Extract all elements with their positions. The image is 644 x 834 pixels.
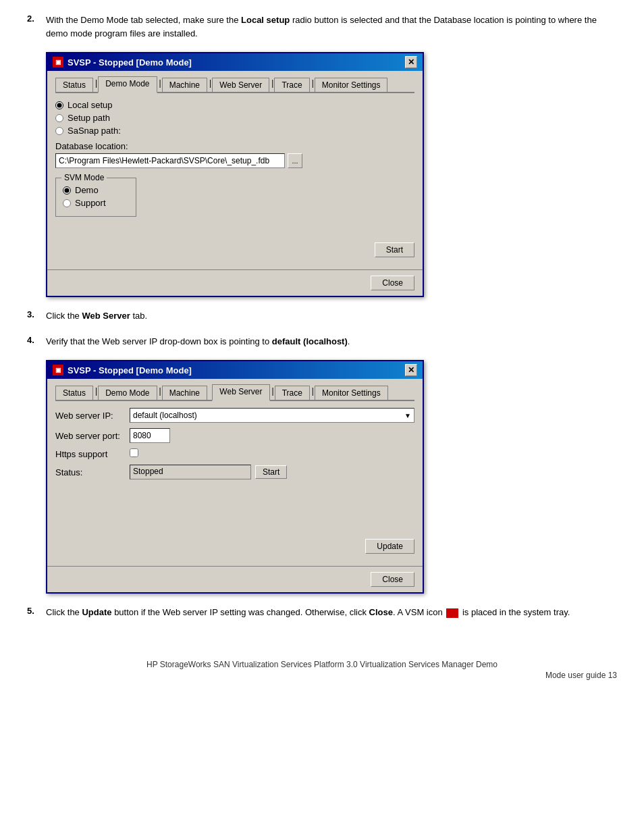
dialog-2-tabs: Status | Demo Mode | Machine Web Server …: [55, 384, 414, 401]
https-support-label: Https support: [55, 449, 130, 459]
dialog-2: ▣ SVSP - Stopped [Demo Mode] ✕ Status | …: [46, 360, 424, 594]
footer-sub: Mode user guide 13: [27, 671, 617, 680]
radio-sasnap-path-input[interactable]: [55, 127, 63, 135]
dialog-2-title: SVSP - Stopped [Demo Mode]: [68, 365, 192, 375]
tab-status[interactable]: Status: [55, 78, 93, 92]
tab-status-2[interactable]: Status: [55, 386, 93, 400]
dialog-1-close-x[interactable]: ✕: [405, 56, 417, 68]
svm-mode-content: Demo Support: [63, 185, 129, 208]
step-num-3: 3.: [27, 309, 39, 323]
https-checkbox[interactable]: [130, 448, 138, 457]
web-server-ip-row: Web server IP: default (localhost) ▼: [55, 408, 414, 423]
start-button-1[interactable]: Start: [375, 242, 414, 257]
step-num-2: 2.: [27, 14, 39, 40]
db-label: Database location:: [55, 141, 414, 151]
start-button-2[interactable]: Start: [255, 465, 287, 479]
web-server-ip-value: default (localhost): [133, 411, 197, 420]
radio-setup-path-input[interactable]: [55, 114, 63, 122]
status-label: Status:: [55, 467, 130, 477]
bold-local-setup: Local setup: [241, 15, 290, 25]
radio-support: Support: [63, 198, 129, 208]
svm-mode-group: SVM Mode Demo Support: [55, 178, 136, 217]
radio-support-label: Support: [75, 198, 106, 208]
footer-main: HP StorageWorks SAN Virtualization Servi…: [27, 660, 617, 669]
radio-demo-label: Demo: [75, 185, 99, 195]
tab-web-server-1[interactable]: Web Server: [212, 78, 269, 92]
dialog-1-content: Status | Demo Mode | Machine | Web Serve…: [47, 71, 423, 269]
close-button-1[interactable]: Close: [371, 276, 414, 290]
radio-setup-path-label: Setup path: [68, 113, 110, 123]
setup-type-group: Local setup Setup path SaSnap path:: [55, 100, 414, 136]
bold-update: Update: [82, 607, 111, 617]
bold-web-server: Web Server: [82, 311, 130, 321]
tab-web-server-2[interactable]: Web Server: [212, 384, 269, 401]
radio-local-setup: Local setup: [55, 100, 414, 110]
https-support-row: Https support: [55, 448, 414, 459]
dialog-2-close-x[interactable]: ✕: [405, 364, 417, 376]
tab-demo-mode[interactable]: Demo Mode: [98, 76, 157, 93]
bold-default-localhost: default (localhost): [272, 336, 348, 346]
step-3: 3. Click the Web Server tab.: [27, 309, 617, 323]
tab-trace-2[interactable]: Trace: [275, 386, 310, 400]
tab-trace-1[interactable]: Trace: [274, 78, 309, 92]
tab-monitor-settings-2[interactable]: Monitor Settings: [315, 386, 388, 400]
step-text-3: Click the Web Server tab.: [46, 309, 617, 323]
update-btn-area: Update: [55, 539, 414, 558]
step-text-2: With the Demo Mode tab selected, make su…: [46, 14, 617, 40]
step-5: 5. Click the Update button if the Web se…: [27, 606, 617, 619]
radio-demo: Demo: [63, 185, 129, 195]
update-button[interactable]: Update: [365, 539, 414, 554]
dialog-2-footer: Close: [47, 566, 423, 592]
radio-support-input[interactable]: [63, 199, 71, 207]
svm-mode-title: SVM Mode: [61, 173, 107, 182]
step-num-4: 4.: [27, 335, 39, 348]
titlebar-icon-2: ▣: [53, 365, 63, 375]
tab-demo-mode-2[interactable]: Demo Mode: [98, 386, 157, 400]
step-4: 4. Verify that the Web server IP drop-do…: [27, 335, 617, 348]
status-value: Stopped: [130, 465, 251, 479]
dialog-1: ▣ SVSP - Stopped [Demo Mode] ✕ Status | …: [46, 52, 424, 297]
close-button-2[interactable]: Close: [371, 572, 414, 587]
step-2: 2. With the Demo Mode tab selected, make…: [27, 14, 617, 40]
dialog-2-content: Status | Demo Mode | Machine Web Server …: [47, 379, 423, 566]
web-server-ip-label: Web server IP:: [55, 411, 130, 421]
web-server-ip-select[interactable]: default (localhost) ▼: [130, 408, 414, 423]
web-server-port-input[interactable]: [130, 428, 170, 443]
step-text-5: Click the Update button if the Web serve…: [46, 606, 617, 619]
radio-sasnap-path-label: SaSnap path:: [68, 126, 121, 136]
browse-button[interactable]: ...: [288, 153, 302, 168]
dialog-1-titlebar: ▣ SVSP - Stopped [Demo Mode] ✕: [47, 53, 423, 71]
db-path-input[interactable]: [55, 153, 285, 168]
radio-local-setup-label: Local setup: [68, 100, 113, 110]
tab-machine[interactable]: Machine: [162, 78, 207, 92]
radio-setup-path: Setup path: [55, 113, 414, 123]
spacer-2: [55, 485, 414, 539]
dropdown-arrow: ▼: [404, 412, 411, 419]
dialog-1-title: SVSP - Stopped [Demo Mode]: [68, 57, 192, 68]
radio-demo-input[interactable]: [63, 186, 71, 194]
vsm-icon: [446, 608, 458, 618]
tab-machine-2[interactable]: Machine: [162, 386, 207, 400]
dialog-2-titlebar: ▣ SVSP - Stopped [Demo Mode] ✕: [47, 361, 423, 379]
db-input-row: ...: [55, 153, 414, 168]
dialog-1-footer: Close: [47, 269, 423, 296]
titlebar-icon-1: ▣: [53, 57, 63, 68]
start-btn-area: Start: [55, 222, 414, 261]
dialog-1-tabs: Status | Demo Mode | Machine | Web Serve…: [55, 76, 414, 93]
bold-close: Close: [369, 607, 393, 617]
radio-local-setup-input[interactable]: [55, 101, 63, 109]
step-num-5: 5.: [27, 606, 39, 619]
radio-sasnap-path: SaSnap path:: [55, 126, 414, 136]
status-row: Status: Stopped Start: [55, 465, 414, 479]
web-server-port-label: Web server port:: [55, 431, 130, 441]
tab-monitor-settings-1[interactable]: Monitor Settings: [315, 78, 388, 92]
page-footer: HP StorageWorks SAN Virtualization Servi…: [27, 660, 617, 680]
web-server-port-row: Web server port:: [55, 428, 414, 443]
step-text-4: Verify that the Web server IP drop-down …: [46, 335, 617, 348]
